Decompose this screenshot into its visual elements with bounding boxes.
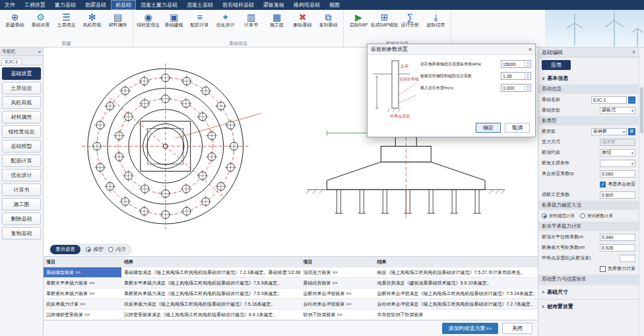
apply-button[interactable]: 应用 — [542, 60, 571, 70]
section-foundation-size[interactable]: > 基础尺寸 — [538, 285, 639, 299]
check-item-link[interactable]: 单桩水平承载力验算 >> — [44, 278, 121, 288]
menu-item-file[interactable]: 文件 — [0, 0, 20, 10]
rebar-calculation-button[interactable]: ≡配筋计算 — [187, 11, 212, 40]
chevron-down-icon[interactable]: ∨ — [632, 50, 635, 55]
pile-type-select[interactable]: 嵌岩桩▾ — [591, 128, 627, 135]
sidebar-item-construction-drawing[interactable]: 施工图 — [2, 198, 41, 211]
menu-item-beam-slab-review[interactable]: 梁板复核 — [259, 0, 289, 10]
embed-length-value[interactable]: 1.000 — [501, 84, 525, 91]
check-item-link[interactable]: 软弱下卧层验算 >> — [300, 310, 374, 319]
construction-drawing-button[interactable]: ▦施工图 — [264, 11, 290, 40]
embed-length-spinner[interactable]: 1.000▲▼ — [501, 84, 531, 92]
display-mode-model-radio[interactable]: 模型 — [86, 246, 103, 253]
pile-params-gear-button[interactable]: ⚙ — [628, 128, 635, 135]
sidebar-item-material-properties[interactable]: 材料属性 — [2, 111, 41, 123]
menu-item-project-settings[interactable]: 工程设置 — [20, 0, 50, 10]
combined-coefficient-spinner[interactable]: 1.35▲▼ — [501, 72, 531, 80]
spinner-down-icon[interactable]: ▼ — [525, 64, 531, 67]
menu-item-lattice-tower-foundation[interactable]: 格构塔基础 — [289, 0, 325, 10]
neutral-point-input[interactable] — [620, 255, 635, 262]
method-by-test-radio[interactable]: 按试桩数计算 — [580, 213, 613, 219]
soil-layer-info-button[interactable]: ☰土层信息 — [53, 11, 79, 40]
ok-button[interactable]: 确定 — [476, 123, 501, 133]
spinner-down-icon[interactable]: ▼ — [525, 88, 531, 91]
copy-foundation-button[interactable]: ⧉复制基础 — [315, 11, 341, 40]
check-item-link[interactable]: 台柱对承台冲切验算 >> — [300, 299, 374, 309]
sidebar-item-delete-foundation[interactable]: 删除基础 — [2, 213, 41, 225]
foundation-settings-button[interactable]: ⚙基础设置 — [28, 11, 53, 40]
calculation-report-button[interactable]: ▥计算书 — [238, 11, 264, 40]
foundation-modeling-button[interactable]: ▣基础建模 — [161, 11, 187, 40]
cancel-button[interactable]: 取消 — [505, 123, 530, 133]
window-scrollbar[interactable] — [639, 48, 644, 336]
column-header: 项目 — [300, 257, 374, 267]
launch-sap-button[interactable]: ▶启动SAP — [346, 11, 371, 40]
menu-item-view[interactable]: 视图 — [325, 0, 344, 10]
vm-input[interactable]: 0.926 — [600, 244, 635, 252]
combined-coefficient-value[interactable]: 1.35 — [501, 73, 525, 79]
check-item-link[interactable]: 沉降倾斜变形验算 >> — [44, 310, 121, 319]
extract-results-button[interactable]: ⤓提取结果 — [423, 11, 449, 40]
menu-item-concrete-foundation[interactable]: 混凝土基础 — [182, 0, 218, 10]
sidebar-item-calculation-report[interactable]: 计算书 — [2, 184, 41, 196]
menu-item-gravity-foundation[interactable]: 重力基础 — [50, 0, 80, 10]
sidebar-item-soil-info[interactable]: 土层信息 — [2, 82, 41, 94]
optimize-icon: ✦ — [222, 12, 230, 22]
restraint-select[interactable]: 固结▾ — [600, 149, 635, 156]
bearing-method-options: 按照规范计算 按试桩数计算 — [538, 211, 639, 221]
sidebar-item-anchor-cage-info[interactable]: 锚栓笼信息 — [2, 125, 41, 138]
run-analysis-button[interactable]: ∑运行分析 — [397, 11, 423, 40]
vx-input[interactable]: 0.940 — [600, 234, 635, 241]
sidebar-item-turbine-load[interactable]: 风机荷载 — [2, 96, 41, 109]
support-select[interactable]: ▾ — [600, 160, 635, 167]
craft-coefficient-input[interactable]: 0.800 — [600, 191, 635, 199]
nav-tab-ejc1[interactable]: EJC-1 — [1, 58, 22, 65]
cap-coefficient-input[interactable]: 0.060 — [600, 170, 635, 178]
section-pile-layout[interactable]: > 桩布置设置 — [538, 299, 639, 314]
check-item-link[interactable]: 基础抗剪验算 >> — [300, 278, 374, 288]
spinner-down-icon[interactable]: ▼ — [525, 76, 531, 79]
sidebar-item-copy-foundation[interactable]: 复制基础 — [2, 227, 41, 240]
new-foundation-button[interactable]: ⊕新建基础 — [2, 11, 28, 40]
optimization-design-button[interactable]: ✦优化设计 — [212, 11, 238, 40]
menu-item-rock-anchor-foundation[interactable]: 岩石锚杆基础 — [218, 0, 259, 10]
menu-item-rib-beam-foundation[interactable]: 肋梁基础 — [80, 0, 111, 10]
sidebar-item-rebar-calculation[interactable]: 配筋计算 — [2, 154, 41, 167]
anchor-cage-info-button[interactable]: ◉锚栓笼信息 — [135, 11, 161, 40]
foundation-name-input[interactable]: EJC-1 — [591, 96, 627, 104]
check-item-link[interactable]: 边桩对承台冲切验算 >> — [300, 288, 374, 298]
check-item-link[interactable]: 顶部压力验算 >> — [300, 267, 374, 277]
negative-friction-checkbox[interactable]: ✓ — [600, 266, 606, 272]
sidebar-item-foundation-settings[interactable]: 基础设置 — [2, 67, 41, 80]
menu-item-concrete-gravity-foundation[interactable]: 混凝土重力基础 — [136, 0, 182, 10]
generate-sap-model-button[interactable]: ⊞生成SAP模型 — [371, 11, 397, 40]
ribbon-button-label: 施工图 — [270, 22, 284, 28]
check-item-link[interactable]: 抗拔承载力计算 >> — [44, 299, 121, 309]
sidebar-item-optimization-design[interactable]: 优化设计 — [2, 169, 41, 182]
edit-name-button[interactable]: … — [628, 96, 635, 104]
check-result: 基础体型满足《陆上风电场工程风电机组基础设计规范》7.2.3条规定。基础锥度:1… — [121, 267, 300, 277]
rock-strength-spinner[interactable]: 15000▲▼ — [501, 60, 531, 68]
close-icon[interactable]: × — [529, 46, 532, 53]
close-button[interactable]: 关闭 — [502, 323, 532, 334]
ribbon-button-label: 材料属性 — [109, 22, 127, 28]
sidebar-item-foundation-model[interactable]: 基础模型 — [2, 140, 41, 152]
foundation-type-select[interactable]: 梁板式▾ — [600, 107, 635, 114]
ribbon-button-label: 复制基础 — [319, 22, 338, 28]
cap-effect-checkbox[interactable]: ✓ — [600, 182, 606, 187]
turbine-load-button[interactable]: ✻风机荷载 — [79, 11, 105, 40]
collapse-icon[interactable]: « — [38, 50, 41, 54]
menu-item-pile-foundation[interactable]: 桩基础 — [111, 0, 136, 10]
delete-foundation-button[interactable]: ✖删除基础 — [290, 11, 315, 40]
scrollbar-thumb[interactable] — [640, 87, 643, 133]
material-properties-button[interactable]: ▤材料属性 — [105, 11, 131, 40]
method-by-code-radio[interactable]: 按照规范计算 — [542, 213, 575, 219]
section-basic-info[interactable]: ∨ 基本信息 — [538, 73, 639, 84]
check-item-link[interactable]: 单桩竖向承载力验算 >> — [44, 288, 121, 298]
check-item-link[interactable]: 基础体型验算 >> — [44, 267, 121, 277]
add-to-candidate-button[interactable]: 添加到候选方案>> — [442, 323, 498, 334]
display-settings-button[interactable]: 显示设置 — [50, 245, 80, 254]
vm-label: 桩身最大弯矩系数νm — [542, 244, 585, 251]
display-mode-force-radio[interactable]: 内力 — [108, 246, 125, 253]
rock-strength-value[interactable]: 15000 — [501, 61, 525, 67]
